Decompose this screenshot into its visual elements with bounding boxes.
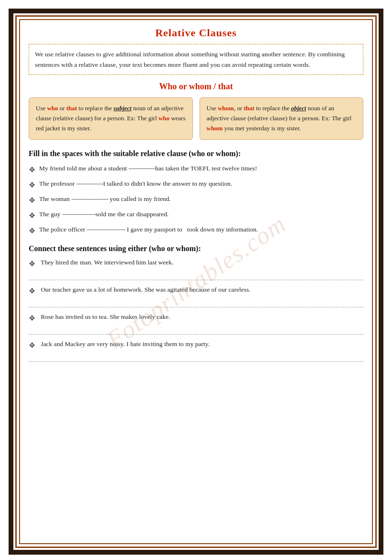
card-right-whom2: whom	[207, 125, 223, 132]
card-right-that: that	[244, 105, 254, 112]
card-left-who: who	[47, 105, 58, 112]
exercise1-title: Fill in the spaces with the suitable rel…	[29, 148, 363, 159]
card-right: Use whom, or that to replace the object …	[200, 97, 364, 139]
bullet-2: ❖	[29, 179, 35, 191]
bullet-7: ❖	[29, 285, 35, 297]
dashes-2: ----------------	[76, 180, 103, 187]
card-right-or: , or	[234, 105, 244, 112]
exercise2-item-4-text: Jack and Mackey are very noisy. I hate i…	[39, 339, 210, 349]
exercise2-item-4: ❖ Jack and Mackey are very noisy. I hate…	[29, 339, 363, 351]
exercise1-item-1: ❖ My friend told me about a student ----…	[29, 164, 363, 176]
border-outer: Fotoprintables.com Relative Clauses We u…	[9, 9, 383, 555]
exercise2-item-2-text: Our teacher gave us a lot of homework. S…	[39, 285, 251, 295]
bullet-6: ❖	[29, 258, 35, 270]
card-right-object: object	[291, 105, 306, 112]
dashes-4: --------------------	[62, 211, 95, 218]
answer-line-1	[29, 272, 363, 280]
card-left-subject: subject	[114, 105, 132, 112]
intro-text: We use relative clauses to give addition…	[35, 51, 345, 68]
bullet-4: ❖	[29, 210, 35, 221]
answer-line-3	[29, 326, 363, 335]
card-left: Use who or that to replace the subject n…	[29, 97, 193, 139]
main-title: Relative Clauses	[29, 27, 363, 39]
border-inner: Fotoprintables.com Relative Clauses We u…	[19, 19, 373, 544]
exercise1-item-2-text: The professor ----------------I talked t…	[39, 179, 232, 189]
exercise2-section: Connect these sentences using either (wh…	[29, 244, 363, 362]
exercise2-title: Connect these sentences using either (wh…	[29, 244, 363, 253]
card-right-whom: whom	[218, 105, 234, 112]
page: Fotoprintables.com Relative Clauses We u…	[0, 0, 392, 558]
dashes-1: ----------------	[128, 165, 155, 172]
intro-box: We use relative clauses to give addition…	[29, 44, 363, 75]
card-right-before: Use	[207, 105, 218, 112]
card-right-end: you met yesterday is my sister.	[222, 125, 301, 132]
exercise2-item-1-text: They hired the man. We interviewed him l…	[39, 258, 173, 267]
card-left-that: that	[66, 105, 77, 112]
bullet-8: ❖	[29, 313, 35, 324]
bullet-9: ❖	[29, 340, 35, 351]
exercise2-item-2: ❖ Our teacher gave us a lot of homework.…	[29, 285, 363, 297]
exercise2-item-3-text: Rose has invited us to tea. She makes lo…	[39, 312, 170, 322]
answer-line-2	[29, 299, 363, 307]
exercise2-item-3: ❖ Rose has invited us to tea. She makes …	[29, 312, 363, 324]
bullet-3: ❖	[29, 195, 35, 206]
exercise1-item-1-text: My friend told me about a student ------…	[39, 164, 257, 173]
exercise1-section: Fill in the spaces with the suitable rel…	[29, 148, 363, 237]
exercise1-item-3: ❖ The woman ---------------------- you c…	[29, 194, 363, 206]
answer-line-4	[29, 353, 363, 362]
exercise1-item-3-text: The woman ---------------------- you cal…	[39, 194, 171, 204]
exercise1-item-5-text: The police officer ---------------------…	[39, 225, 258, 234]
card-right-middle: to replace the	[254, 105, 291, 112]
exercise1-item-4-text: The guy --------------------sold me the …	[39, 210, 169, 219]
section-title: Who or whom / that	[29, 82, 363, 92]
exercise2-item-1: ❖ They hired the man. We interviewed him…	[29, 258, 363, 270]
bullet-1: ❖	[29, 164, 35, 176]
card-left-who2: who	[159, 115, 170, 122]
exercise1-item-4: ❖ The guy --------------------sold me th…	[29, 210, 363, 221]
card-left-or: or	[58, 105, 66, 112]
exercise1-item-5: ❖ The police officer -------------------…	[29, 225, 363, 237]
card-left-middle: to replace the	[77, 105, 114, 112]
cards-row: Use who or that to replace the subject n…	[29, 97, 363, 139]
exercise1-item-2: ❖ The professor ----------------I talked…	[29, 179, 363, 191]
dashes-5: -----------------------	[87, 226, 125, 233]
bullet-5: ❖	[29, 225, 35, 237]
card-left-before: Use	[36, 105, 47, 112]
dashes-3: ----------------------	[71, 195, 108, 202]
